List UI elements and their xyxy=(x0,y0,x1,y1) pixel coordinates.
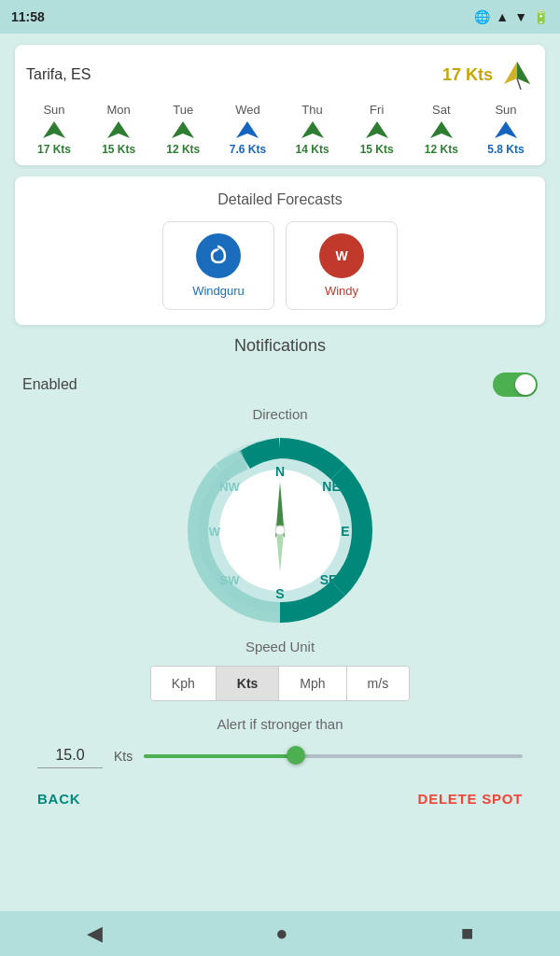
day-speed-5: 15 Kts xyxy=(360,143,394,156)
forecasts-section: Detailed Forecasts Windguru xyxy=(15,176,545,325)
svg-text:N: N xyxy=(275,464,285,479)
day-speed-3: 7.6 Kts xyxy=(230,143,266,156)
day-speed-7: 5.8 Kts xyxy=(487,143,524,156)
day-arrow-7 xyxy=(494,120,518,139)
day-item-6: Sat12 Kts xyxy=(413,103,469,156)
signal-icon: ▲ xyxy=(496,9,509,24)
back-nav-button[interactable]: ◀ xyxy=(87,921,103,946)
day-label-5: Fri xyxy=(370,103,384,117)
day-item-2: Tue12 Kts xyxy=(155,103,211,156)
day-arrow-6 xyxy=(429,120,454,139)
slider-thumb xyxy=(287,746,305,765)
speed-slider[interactable] xyxy=(144,753,523,759)
windguru-label: Windguru xyxy=(192,284,245,298)
day-speed-1: 15 Kts xyxy=(102,143,135,156)
unit-btn-kts[interactable]: Kts xyxy=(217,667,280,700)
svg-point-27 xyxy=(275,526,285,535)
svg-marker-4 xyxy=(107,121,130,138)
svg-marker-5 xyxy=(172,121,194,138)
slider-track xyxy=(144,754,523,758)
day-item-1: Mon15 Kts xyxy=(91,103,147,156)
current-speed: 17 Kts xyxy=(442,65,493,85)
alert-value: 15.0 xyxy=(55,747,84,763)
day-label-1: Mon xyxy=(106,103,130,117)
svg-marker-7 xyxy=(301,121,324,138)
day-arrow-3 xyxy=(235,120,259,139)
windy-label: Windy xyxy=(325,284,358,298)
kite-icon xyxy=(500,58,534,91)
battery-icon: 🔋 xyxy=(533,9,549,24)
status-icons: 🌐 ▲ ▼ 🔋 xyxy=(474,9,549,24)
svg-marker-1 xyxy=(517,62,530,84)
notification-row: Enabled xyxy=(15,369,545,406)
alert-value-box: 15.0 xyxy=(37,743,103,768)
svg-text:W: W xyxy=(209,525,221,539)
svg-marker-10 xyxy=(495,121,517,138)
days-row: Sun17 KtsMon15 KtsTue12 KtsWed7.6 KtsThu… xyxy=(26,103,534,156)
day-arrow-5 xyxy=(365,120,389,139)
day-arrow-1 xyxy=(106,120,131,139)
direction-section: Direction xyxy=(15,406,545,624)
speed-unit-section: Speed Unit KphKtsMphm/s xyxy=(15,639,545,701)
day-label-2: Tue xyxy=(173,103,193,117)
toggle-thumb xyxy=(515,374,536,395)
day-item-3: Wed7.6 Kts xyxy=(219,103,275,156)
delete-spot-button[interactable]: DELETE SPOT xyxy=(418,791,523,807)
compass-svg: N NE E SE S SW W NW xyxy=(187,437,373,624)
status-bar: 11:58 🌐 ▲ ▼ 🔋 xyxy=(0,0,560,34)
day-arrow-4 xyxy=(301,120,325,139)
svg-text:NE: NE xyxy=(322,479,340,494)
notifications-toggle[interactable] xyxy=(493,373,538,397)
unit-btn-kph[interactable]: Kph xyxy=(151,667,217,700)
wifi-icon: ▼ xyxy=(514,9,527,24)
windguru-svg xyxy=(204,242,232,270)
globe-icon: 🌐 xyxy=(474,9,490,24)
day-label-0: Sun xyxy=(43,103,64,117)
alert-title: Alert if stronger than xyxy=(22,716,538,732)
day-label-7: Sun xyxy=(495,103,516,117)
windy-button[interactable]: W Windy xyxy=(286,221,398,310)
day-item-4: Thu14 Kts xyxy=(285,103,341,156)
day-label-6: Sat xyxy=(432,103,451,117)
day-item-5: Fri15 Kts xyxy=(349,103,405,156)
weather-card-header: Tarifa, ES 17 Kts xyxy=(26,58,534,91)
speed-unit-title: Speed Unit xyxy=(22,639,538,654)
notifications-section: Notifications Enabled Direction xyxy=(15,336,545,822)
nav-bar: ◀ ● ■ xyxy=(0,911,560,956)
day-arrow-2 xyxy=(171,120,195,139)
day-arrow-0 xyxy=(42,120,66,139)
toggle-track xyxy=(493,373,538,397)
alert-row: 15.0 Kts xyxy=(22,743,538,768)
svg-marker-6 xyxy=(236,121,259,138)
svg-marker-9 xyxy=(430,121,453,138)
time-display: 11:58 xyxy=(11,9,45,24)
weather-card: Tarifa, ES 17 Kts Sun17 KtsMon15 KtsTue1… xyxy=(15,45,545,165)
svg-text:NW: NW xyxy=(219,480,240,494)
svg-line-2 xyxy=(517,78,521,90)
alert-unit: Kts xyxy=(114,749,133,764)
back-button[interactable]: BACK xyxy=(37,791,80,807)
svg-text:W: W xyxy=(335,248,348,263)
unit-btn-mph[interactable]: Mph xyxy=(279,667,346,700)
windy-icon: W xyxy=(319,233,364,278)
day-label-4: Thu xyxy=(301,103,322,117)
day-speed-2: 12 Kts xyxy=(166,143,200,156)
windguru-icon xyxy=(196,233,241,278)
day-item-0: Sun17 Kts xyxy=(26,103,82,156)
svg-text:E: E xyxy=(341,524,349,539)
svg-text:SW: SW xyxy=(220,573,241,587)
forecasts-title: Detailed Forecasts xyxy=(30,191,530,208)
forecast-buttons: Windguru W Windy xyxy=(30,221,530,310)
actions-row: BACK DELETE SPOT xyxy=(15,783,545,814)
slider-fill xyxy=(144,754,295,758)
home-nav-button[interactable]: ● xyxy=(275,921,287,946)
svg-marker-3 xyxy=(43,121,65,138)
notifications-title: Notifications xyxy=(15,336,545,356)
day-speed-4: 14 Kts xyxy=(296,143,329,156)
current-speed-container: 17 Kts xyxy=(442,58,534,91)
recents-nav-button[interactable]: ■ xyxy=(461,921,473,946)
unit-btn-m/s[interactable]: m/s xyxy=(347,667,410,700)
alert-section: Alert if stronger than 15.0 Kts xyxy=(15,716,545,768)
windguru-button[interactable]: Windguru xyxy=(162,221,274,310)
day-speed-6: 12 Kts xyxy=(425,143,458,156)
